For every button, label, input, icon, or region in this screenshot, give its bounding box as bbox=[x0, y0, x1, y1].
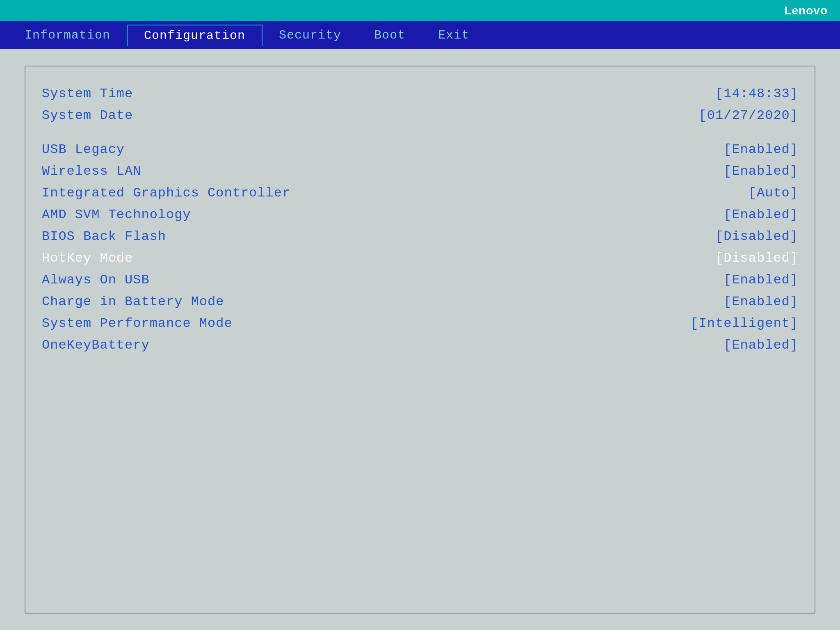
nav-bar: Information Configuration Security Boot … bbox=[0, 21, 840, 49]
setting-value: [Auto] bbox=[749, 185, 798, 201]
settings-row[interactable]: Charge in Battery Mode[Enabled] bbox=[42, 291, 798, 313]
setting-value: [01/27/2020] bbox=[699, 108, 798, 123]
setting-name: Integrated Graphics Controller bbox=[42, 185, 290, 201]
nav-item-boot[interactable]: Boot bbox=[358, 25, 422, 46]
setting-value: [Enabled] bbox=[724, 338, 798, 353]
settings-row[interactable]: BIOS Back Flash[Disabled] bbox=[42, 226, 798, 247]
settings-row[interactable]: Always On USB[Enabled] bbox=[42, 269, 798, 291]
settings-row[interactable]: Integrated Graphics Controller[Auto] bbox=[42, 182, 798, 204]
lenovo-logo: Lenovo bbox=[784, 4, 828, 17]
setting-value: [Enabled] bbox=[724, 164, 798, 179]
settings-table: System Time[14:48:33]System Date[01/27/2… bbox=[42, 83, 798, 356]
settings-row[interactable]: USB Legacy[Enabled] bbox=[42, 139, 798, 160]
setting-value: [Enabled] bbox=[724, 142, 798, 157]
settings-row[interactable]: System Performance Mode[Intelligent] bbox=[42, 313, 798, 334]
setting-value: [Enabled] bbox=[724, 294, 798, 309]
setting-value: [14:48:33] bbox=[715, 86, 798, 101]
settings-row[interactable]: Wireless LAN[Enabled] bbox=[42, 160, 798, 182]
settings-row[interactable]: AMD SVM Technology[Enabled] bbox=[42, 204, 798, 226]
setting-value: [Disabled] bbox=[715, 251, 798, 266]
setting-name: System Date bbox=[42, 108, 133, 123]
nav-item-configuration[interactable]: Configuration bbox=[127, 25, 262, 46]
settings-row[interactable]: OneKeyBattery[Enabled] bbox=[42, 334, 798, 356]
setting-value: [Enabled] bbox=[724, 272, 798, 288]
setting-name: Wireless LAN bbox=[42, 164, 141, 179]
setting-name: Always On USB bbox=[42, 272, 150, 288]
main-content: System Time[14:48:33]System Date[01/27/2… bbox=[0, 49, 840, 630]
setting-name: Charge in Battery Mode bbox=[42, 294, 224, 309]
nav-item-exit[interactable]: Exit bbox=[422, 25, 486, 46]
settings-row[interactable]: System Time[14:48:33] bbox=[42, 83, 798, 105]
top-bar: Lenovo bbox=[0, 0, 840, 21]
setting-name: USB Legacy bbox=[42, 142, 125, 157]
setting-value: [Enabled] bbox=[724, 207, 798, 222]
setting-name: System Time bbox=[42, 86, 133, 101]
spacer-row bbox=[42, 126, 798, 139]
setting-value: [Intelligent] bbox=[690, 316, 798, 331]
setting-name: AMD SVM Technology bbox=[42, 207, 191, 222]
nav-item-security[interactable]: Security bbox=[262, 25, 358, 46]
setting-name: HotKey Mode bbox=[42, 251, 133, 266]
settings-row[interactable]: System Date[01/27/2020] bbox=[42, 105, 798, 126]
content-border: System Time[14:48:33]System Date[01/27/2… bbox=[25, 66, 815, 614]
setting-name: System Performance Mode bbox=[42, 316, 233, 331]
settings-row[interactable]: HotKey Mode[Disabled] bbox=[42, 247, 798, 269]
setting-name: BIOS Back Flash bbox=[42, 229, 166, 244]
nav-item-information[interactable]: Information bbox=[8, 25, 127, 46]
setting-name: OneKeyBattery bbox=[42, 338, 150, 353]
setting-value: [Disabled] bbox=[715, 229, 798, 244]
